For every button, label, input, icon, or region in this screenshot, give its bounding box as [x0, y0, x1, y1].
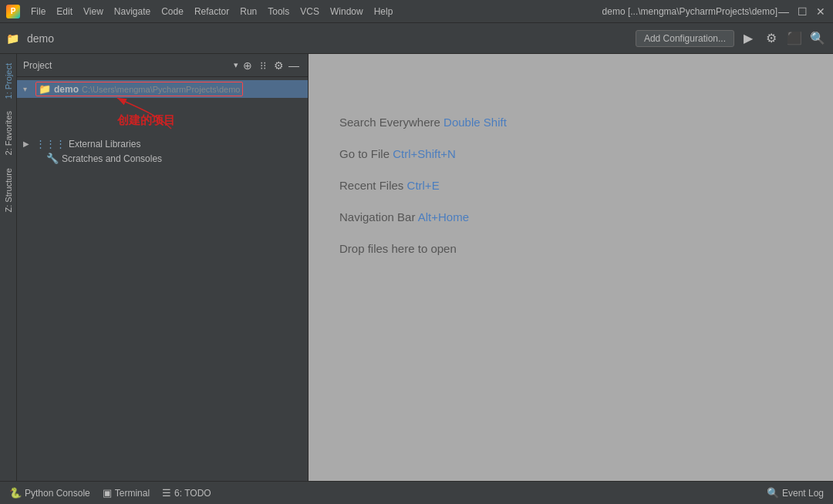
panel-dropdown-icon: ▾	[234, 60, 238, 70]
window-title: demo [...\mengma\PycharmProjects\demo]	[602, 6, 777, 17]
sidebar-item-favorites[interactable]: 2: Favorites	[2, 105, 15, 161]
main-layout: 1: Project 2: Favorites Z: Structure Pro…	[0, 54, 833, 481]
menu-vcs[interactable]: VCS	[295, 5, 324, 18]
window-controls: — ☐ ✕	[777, 5, 827, 18]
panel-layout-button[interactable]: ⁝⁝	[255, 58, 271, 73]
hint-navigation-bar: Navigation Bar Alt+Home	[339, 210, 469, 223]
toolbar: 📁 demo Add Configuration... ▶ ⚙ ⬛ 🔍	[0, 23, 833, 54]
sidebar-item-structure[interactable]: Z: Structure	[2, 162, 15, 218]
event-log-icon: 🔍	[767, 487, 779, 499]
maximize-button[interactable]: ☐	[796, 5, 808, 18]
event-log-button[interactable]: 🔍 Event Log	[760, 485, 830, 501]
terminal-button[interactable]: ▣ Terminal	[96, 485, 156, 501]
scratches-icon: 🔧	[46, 153, 59, 164]
menu-run[interactable]: Run	[235, 5, 261, 18]
python-console-label: Python Console	[25, 488, 90, 499]
hint-go-to-file: Go to File Ctrl+Shift+N	[339, 147, 456, 160]
menu-code[interactable]: Code	[157, 5, 188, 18]
tree-arrow-demo: ▾	[23, 85, 32, 93]
terminal-icon: ▣	[103, 487, 112, 499]
minimize-button[interactable]: —	[777, 5, 790, 18]
demo-folder-name: demo	[54, 84, 79, 95]
todo-button[interactable]: ☰ 6: TODO	[156, 485, 218, 501]
sidebar-item-project[interactable]: 1: Project	[2, 57, 15, 105]
project-panel-title: Project	[23, 60, 234, 71]
title-bar: P File Edit View Navigate Code Refactor …	[0, 0, 833, 23]
hint-search-everywhere-text: Search Everywhere	[339, 116, 440, 129]
add-configuration-button[interactable]: Add Configuration...	[636, 30, 734, 47]
external-libraries-label: External Libraries	[69, 139, 140, 150]
hint-drop-files-text: Drop files here to open	[339, 242, 457, 255]
left-side-tabs: 1: Project 2: Favorites Z: Structure	[0, 54, 17, 481]
run-button[interactable]: ▶	[739, 29, 757, 48]
hint-drop-files: Drop files here to open	[339, 242, 457, 255]
scratches-label: Scratches and Consoles	[62, 153, 162, 164]
panel-globe-button[interactable]: ⊕	[240, 58, 255, 73]
menu-view[interactable]: View	[79, 5, 108, 18]
python-console-icon: 🐍	[9, 487, 22, 499]
demo-folder-icon: 📁	[39, 83, 51, 95]
todo-icon: ☰	[162, 487, 171, 499]
event-log-label: Event Log	[782, 488, 824, 499]
project-panel-header: Project ▾ ⊕ ⁝⁝ ⚙ —	[17, 54, 308, 77]
toolbar-project-name: demo	[27, 32, 54, 45]
menu-window[interactable]: Window	[325, 5, 368, 18]
app-icon: P	[6, 5, 20, 18]
main-content: Search Everywhere Double Shift Go to Fil…	[309, 54, 833, 481]
project-tree: ▾ 📁 demo C:\Users\mengma\PycharmProjects…	[17, 77, 308, 481]
external-libraries-icon: ⋮⋮⋮	[35, 138, 66, 150]
hint-search-everywhere: Search Everywhere Double Shift	[339, 116, 507, 129]
menu-tools[interactable]: Tools	[263, 5, 294, 18]
tree-arrow-external: ▶	[23, 139, 32, 148]
todo-label: 6: TODO	[174, 488, 211, 499]
hint-navigation-bar-text: Navigation Bar	[339, 210, 415, 223]
status-bar: 🐍 Python Console ▣ Terminal ☰ 6: TODO 🔍 …	[0, 481, 833, 504]
hint-go-to-file-text: Go to File	[339, 147, 390, 160]
project-panel: Project ▾ ⊕ ⁝⁝ ⚙ — ▾ 📁 demo C:\Users\men…	[17, 54, 309, 481]
hint-search-everywhere-shortcut: Double Shift	[443, 116, 507, 129]
panel-minimize-button[interactable]: —	[286, 58, 302, 73]
stop-button[interactable]: ⬛	[785, 29, 804, 48]
annotation-area: 创建的项目	[17, 98, 308, 136]
hint-recent-files-shortcut: Ctrl+E	[407, 179, 440, 192]
toolbar-folder-icon: 📁	[6, 32, 19, 45]
terminal-label: Terminal	[115, 488, 150, 499]
python-console-button[interactable]: 🐍 Python Console	[3, 485, 96, 501]
tree-item-external-libraries[interactable]: ▶ ⋮⋮⋮ External Libraries	[17, 136, 308, 151]
menu-bar: File Edit View Navigate Code Refactor Ru…	[26, 5, 602, 18]
hint-navigation-bar-shortcut: Alt+Home	[418, 210, 469, 223]
tree-item-scratches[interactable]: 🔧 Scratches and Consoles	[17, 151, 308, 166]
menu-edit[interactable]: Edit	[52, 5, 77, 18]
menu-refactor[interactable]: Refactor	[190, 5, 234, 18]
hint-go-to-file-shortcut: Ctrl+Shift+N	[393, 147, 456, 160]
search-everywhere-button[interactable]: 🔍	[808, 29, 827, 48]
panel-settings-button[interactable]: ⚙	[271, 58, 286, 73]
hint-recent-files: Recent Files Ctrl+E	[339, 179, 440, 192]
menu-navigate[interactable]: Navigate	[110, 5, 155, 18]
menu-help[interactable]: Help	[369, 5, 398, 18]
hint-recent-files-text: Recent Files	[339, 179, 403, 192]
menu-file[interactable]: File	[26, 5, 50, 18]
close-button[interactable]: ✕	[814, 5, 827, 18]
annotation-text: 创建的项目	[117, 113, 175, 128]
debug-button[interactable]: ⚙	[762, 29, 781, 48]
